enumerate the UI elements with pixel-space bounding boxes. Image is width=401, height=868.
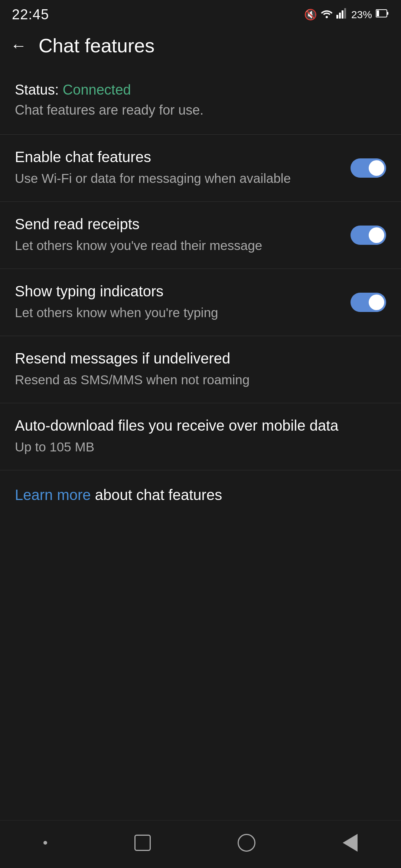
svg-rect-3 xyxy=(342,10,343,19)
svg-point-0 xyxy=(326,16,328,18)
learn-more-after-text: about chat features xyxy=(91,487,222,503)
status-section: Status: Connected Chat features are read… xyxy=(0,66,401,134)
page-title: Chat features xyxy=(39,34,154,57)
setting-read-receipts-title: Send read receipts xyxy=(15,216,342,233)
nav-circle-icon xyxy=(238,834,255,852)
read-receipts-slider xyxy=(351,226,386,245)
nav-back-icon xyxy=(343,834,358,852)
typing-slider xyxy=(351,293,386,312)
learn-more-link[interactable]: Learn more xyxy=(15,487,91,503)
nav-dot-icon xyxy=(43,841,47,845)
status-value: Connected xyxy=(63,82,131,98)
status-time: 22:45 xyxy=(12,7,49,23)
enable-chat-toggle[interactable] xyxy=(351,158,386,178)
typing-toggle[interactable] xyxy=(351,293,386,312)
battery-percent: 23% xyxy=(351,9,372,21)
nav-recent-apps-button[interactable] xyxy=(120,832,166,854)
setting-read-receipts-subtitle: Let others know you've read their messag… xyxy=(15,236,342,254)
battery-icon xyxy=(376,8,389,21)
svg-rect-4 xyxy=(344,8,346,19)
mute-icon: 🔇 xyxy=(304,9,317,21)
setting-resend-messages[interactable]: Resend messages if undelivered Resend as… xyxy=(0,336,401,403)
app-bar: ← Chat features xyxy=(0,27,401,66)
setting-auto-download-subtitle: Up to 105 MB xyxy=(15,438,377,456)
content-area: Status: Connected Chat features are read… xyxy=(0,66,401,820)
nav-dot-button[interactable] xyxy=(29,838,62,848)
nav-home-button[interactable] xyxy=(223,831,270,855)
setting-auto-download[interactable]: Auto-download files you receive over mob… xyxy=(0,403,401,470)
setting-resend-title: Resend messages if undelivered xyxy=(15,350,377,367)
setting-auto-download-title: Auto-download files you receive over mob… xyxy=(15,417,377,434)
setting-enable-chat-title: Enable chat features xyxy=(15,149,342,165)
svg-rect-2 xyxy=(339,13,341,19)
setting-typing-title: Show typing indicators xyxy=(15,283,342,300)
setting-read-receipts[interactable]: Send read receipts Let others know you'v… xyxy=(0,201,401,269)
enable-chat-slider xyxy=(351,158,386,178)
read-receipts-toggle[interactable] xyxy=(351,226,386,245)
status-label: Status: xyxy=(15,82,59,98)
svg-rect-1 xyxy=(336,15,338,19)
signal-icon xyxy=(336,8,348,21)
wifi-icon xyxy=(321,8,333,21)
setting-typing-indicators[interactable]: Show typing indicators Let others know w… xyxy=(0,269,401,336)
setting-enable-chat[interactable]: Enable chat features Use Wi-Fi or data f… xyxy=(0,134,401,201)
nav-square-icon xyxy=(134,835,151,851)
setting-resend-subtitle: Resend as SMS/MMS when not roaming xyxy=(15,371,377,389)
nav-back-button[interactable] xyxy=(328,831,372,855)
svg-rect-7 xyxy=(376,10,379,16)
setting-typing-subtitle: Let others know when you're typing xyxy=(15,303,342,322)
learn-more-section: Learn more about chat features xyxy=(0,470,401,520)
status-description: Chat features are ready for use. xyxy=(15,102,386,118)
status-icons: 🔇 23% xyxy=(304,8,389,21)
back-button[interactable]: ← xyxy=(10,37,27,54)
setting-enable-chat-subtitle: Use Wi-Fi or data for messaging when ava… xyxy=(15,169,342,187)
svg-rect-6 xyxy=(387,12,388,15)
status-bar: 22:45 🔇 23% xyxy=(0,0,401,27)
bottom-nav xyxy=(0,820,401,868)
status-line: Status: Connected xyxy=(15,82,386,98)
